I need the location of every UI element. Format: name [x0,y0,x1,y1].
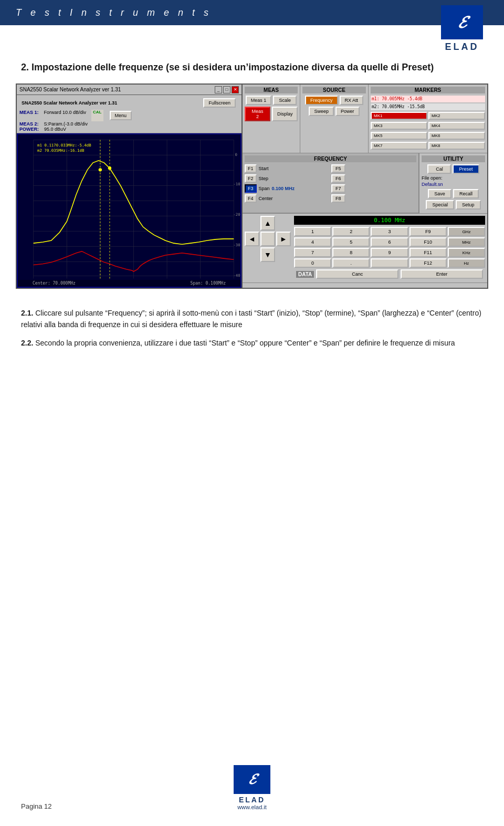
footer-logo-box: 𝓔 [234,765,270,794]
f1-key[interactable]: F1 [245,164,257,173]
meas2-button[interactable]: Meas 2 [245,107,270,121]
left-arrow-button[interactable]: ◄ [245,232,259,246]
span-label2: Span [259,186,270,191]
window-controls: _ □ ✕ [215,86,239,93]
scope-panel: SNA2550 Scalar Network Analyzer ver 1.31… [17,85,243,288]
num3-button[interactable]: 3 [371,227,408,236]
mk6-button[interactable]: MK6 [428,132,485,140]
freq-grid: F1 Start F5 F2 Step F6 F3 Sp [245,164,416,203]
canc-button[interactable]: Canc [316,269,398,279]
numpad-area: ▲ ◄ ► ▼ 0.100 MHz 1 2 3 F9 [243,214,487,283]
save-button[interactable]: Save [428,189,452,198]
num5-button[interactable]: 5 [332,237,370,247]
power-button[interactable]: Power [335,107,360,116]
scope-svg: m1 0.1170.033MHz:-5.4dB m2 70.035MHz:-16… [18,134,240,287]
f11-button[interactable]: F11 [410,248,447,257]
meas1-button[interactable]: Meas 1 [246,96,272,105]
f3-key[interactable]: F3 [245,184,257,193]
header-bar: T e s t I n s t r u m e n t s [0,0,504,25]
frequency-section: FREQUENCY F1 Start F5 F2 Step F6 [243,153,419,213]
text-content: 2.1. Cliccare sul pulsante “Frequency”; … [0,299,504,363]
num2-button[interactable]: 2 [332,227,370,236]
header-title: T e s t I n s t r u m e n t s [16,7,212,18]
f5-key[interactable]: F5 [331,164,345,173]
num4-button[interactable]: 4 [294,237,331,247]
mhz-button[interactable]: MHz [448,237,485,247]
svg-text:m1 0.1170.033MHz:-5.4dB: m1 0.1170.033MHz:-5.4dB [37,143,91,148]
ghz-button[interactable]: GHz [448,227,485,236]
meas1-value: Forward 10.0 dB/div [44,110,87,121]
scale-button[interactable]: Scale [273,96,297,105]
hz-button[interactable]: Hz [448,258,485,268]
markers-section: MARKERS m1: 70.005MHz -5.4dB m2: 70.005M… [369,85,487,153]
f10-button[interactable]: F10 [410,237,447,247]
f12-button[interactable]: F12 [410,258,447,268]
num0-button[interactable]: 0 [294,258,331,268]
minimize-button[interactable]: _ [215,86,222,93]
up-arrow-button[interactable]: ▲ [260,216,275,231]
close-button[interactable]: ✕ [232,86,239,93]
mk5-button[interactable]: MK5 [371,132,427,140]
page-footer: 𝓔 ELAD www.elad.it [0,765,504,810]
f6-key[interactable]: F6 [331,174,345,183]
center-label: Center: 70.000MHz [33,281,76,286]
freq-display: 0.100 MHz [294,216,485,225]
f4-key[interactable]: F4 [245,194,257,203]
sweep-button[interactable]: Sweep [309,107,334,116]
khz-button[interactable]: KHz [448,248,485,257]
mk8-button[interactable]: MK8 [428,142,485,150]
p1-text: Cliccare sul pulsante “Frequency”; si ap… [21,309,481,329]
meas2-row: MEAS 2: S:Param.(-3.0 dB/div [19,121,239,127]
utility-row2: Save Recall [422,189,485,198]
scope-window-title: SNA2550 Scalar Network Analyzer ver 1.31 [19,87,215,92]
footer-logo-icon: 𝓔 [248,771,256,788]
right-arrow-button[interactable]: ► [276,232,291,246]
maximize-button[interactable]: □ [223,86,230,93]
f9-button[interactable]: F9 [410,227,447,236]
span-value: 0.100 MHz [272,186,295,191]
special-button[interactable]: Special [426,200,454,210]
num1-button[interactable]: 1 [294,227,331,236]
file-name: Default.sn [422,182,485,187]
arrow-pad: ▲ ◄ ► ▼ [245,216,291,280]
f7-key[interactable]: F7 [331,184,345,193]
menu-button[interactable]: Menu [110,111,132,120]
mk3-button[interactable]: MK3 [371,122,427,130]
mk-buttons-grid: MK1 MK2 MK3 MK4 MK5 MK6 MK7 MK8 [371,112,485,151]
instrument-container: SNA2550 Scalar Network Analyzer ver 1.31… [16,83,488,289]
mk7-button[interactable]: MK7 [371,142,427,150]
down-arrow-button[interactable]: ▼ [260,247,275,262]
logo-box: 𝓔 [441,5,483,39]
f2-key[interactable]: F2 [245,174,257,183]
frequency-button[interactable]: Frequency [305,96,338,105]
num6-button[interactable]: 6 [371,237,408,247]
num7-button[interactable]: 7 [294,248,331,257]
f8-key[interactable]: F8 [331,194,345,203]
dot-button[interactable]: . [332,258,370,268]
setup-button[interactable]: Setup [456,200,481,210]
footer-url: www.elad.it [237,804,267,810]
num8-button[interactable]: 8 [332,248,370,257]
power-label: POWER: [19,127,39,132]
mk2-button[interactable]: MK2 [428,112,485,120]
logo-elad: ELAD [441,41,483,53]
enter-button[interactable]: Enter [401,269,483,279]
bottom-controls-row: ▲ ◄ ► ▼ 0.100 MHz 1 2 3 F9 [243,214,487,283]
mk1-button[interactable]: MK1 [371,112,427,120]
svg-text:-40: -40 [233,273,240,278]
recall-button[interactable]: Recall [453,189,479,198]
frequency-title: FREQUENCY [245,155,416,162]
preset-button[interactable]: Preset [453,164,479,174]
svg-text:-30: -30 [233,243,240,247]
cal-button[interactable]: Cal [427,164,451,174]
section-title: 2. Impostazione delle frequenze (se si d… [21,62,483,73]
num9-button[interactable]: 9 [371,248,408,257]
rx-att-button[interactable]: RX Att [340,96,364,105]
display-button[interactable]: Display [272,107,298,121]
svg-text:m2 70.035MHz:-16.1dB: m2 70.035MHz:-16.1dB [37,148,85,153]
mk4-button[interactable]: MK4 [428,122,485,130]
p2-text: Secondo la propria convenienza, utilizza… [35,339,455,347]
f5-row: F5 [331,164,416,173]
mid-controls-row: FREQUENCY F1 Start F5 F2 Step F6 [243,153,487,214]
fullscreen-button[interactable]: Fullscreen [203,98,236,108]
